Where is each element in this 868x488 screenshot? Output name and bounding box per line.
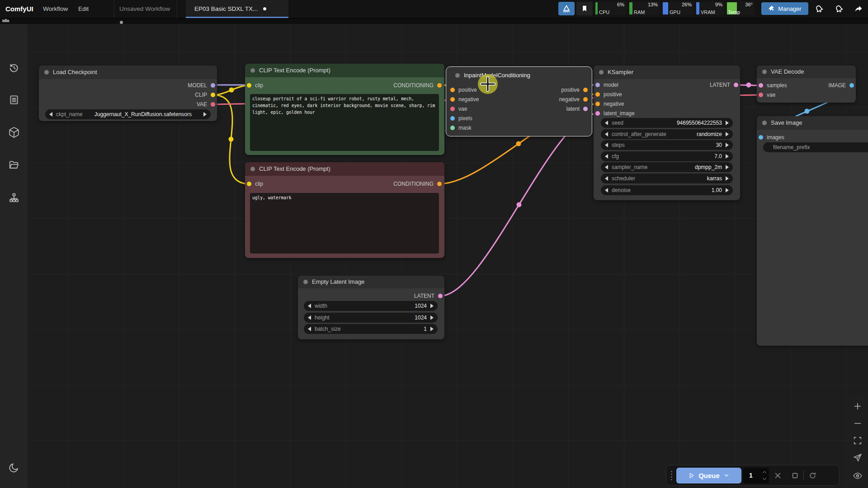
widget-next-icon[interactable] xyxy=(726,188,729,192)
node-header[interactable]: Load Checkpoint xyxy=(39,66,217,79)
widget-prev-icon[interactable] xyxy=(605,165,608,169)
refresh-button[interactable] xyxy=(804,468,821,483)
node-header[interactable]: CLIP Text Encode (Prompt) xyxy=(245,162,444,176)
output-port-model[interactable]: MODEL xyxy=(188,81,215,89)
widget-prev-icon[interactable] xyxy=(605,132,608,136)
widget-next-icon[interactable] xyxy=(726,121,729,125)
port-dot-latent[interactable] xyxy=(759,83,763,88)
output-port-image[interactable]: IMAGE xyxy=(828,81,854,89)
input-port-model[interactable]: model xyxy=(595,81,618,89)
node-header[interactable]: Save Image xyxy=(757,116,868,130)
widget-prev-icon[interactable] xyxy=(605,143,608,147)
widget-control-after-generate[interactable]: control_after_generate randomize xyxy=(601,129,733,139)
output-port-conditioning[interactable]: CONDITIONING xyxy=(393,180,442,188)
widget-prev-icon[interactable] xyxy=(308,304,311,308)
system-monitor-toggle-button[interactable] xyxy=(558,2,575,15)
batch-count-input[interactable]: 1 xyxy=(743,468,769,483)
widget-next-icon[interactable] xyxy=(430,304,434,308)
bookmark-button[interactable] xyxy=(576,2,593,15)
node-empty-latent-image[interactable]: Empty Latent Image LATENT width 1024 hei… xyxy=(298,276,444,339)
widget-height[interactable]: height 1024 xyxy=(304,313,438,323)
workflows-folder-icon[interactable] xyxy=(8,159,20,171)
widget-ckpt-name[interactable]: ckpt_name Juggernaut_X_RunDiffusion.safe… xyxy=(45,109,211,119)
port-dot-model[interactable] xyxy=(211,83,215,88)
port-dot-image[interactable] xyxy=(849,83,854,88)
menu-workflow[interactable]: Workflow xyxy=(43,0,68,18)
port-dot-vae[interactable] xyxy=(450,107,455,111)
input-port-clip[interactable]: clip xyxy=(247,180,263,188)
drag-handle[interactable] xyxy=(671,471,673,480)
notification-bell-button[interactable] xyxy=(813,3,826,15)
widget-sampler-name[interactable]: sampler_name dpmpp_2m xyxy=(601,162,733,172)
output-port-latent[interactable]: LATENT xyxy=(710,81,738,89)
input-port-pixels[interactable]: pixels xyxy=(450,114,472,122)
widget-prev-icon[interactable] xyxy=(605,121,608,125)
node-header[interactable]: Empty Latent Image xyxy=(298,276,444,288)
port-dot-mask[interactable] xyxy=(450,126,455,130)
widget-next-icon[interactable] xyxy=(203,112,207,117)
pan-mode-button[interactable] xyxy=(853,453,863,463)
zoom-in-button[interactable] xyxy=(853,401,863,411)
notification-bell-button-2[interactable] xyxy=(833,3,845,15)
input-port-latent-image[interactable]: latent_image xyxy=(595,109,635,117)
input-port-vae[interactable]: vae xyxy=(759,91,775,99)
menu-edit[interactable]: Edit xyxy=(78,0,89,18)
logs-icon[interactable] xyxy=(8,94,20,106)
port-dot-conditioning[interactable] xyxy=(583,97,588,102)
port-dot-latent[interactable] xyxy=(438,294,443,298)
tab-unsaved-workflow[interactable]: Unsaved Workflow xyxy=(114,0,177,18)
port-dot-conditioning[interactable] xyxy=(450,88,455,92)
widget-prev-icon[interactable] xyxy=(308,315,311,320)
input-port-negative[interactable]: negative xyxy=(595,100,624,108)
widget-steps[interactable]: steps 30 xyxy=(601,140,733,150)
node-header[interactable]: KSampler xyxy=(594,66,740,79)
node-clip-text-encode-negative[interactable]: CLIP Text Encode (Prompt) clip CONDITION… xyxy=(245,162,444,258)
widget-denoise[interactable]: denoise 1.00 xyxy=(601,185,733,195)
port-dot-clip[interactable] xyxy=(247,182,251,186)
input-port-mask[interactable]: mask xyxy=(450,124,472,132)
output-port-latent[interactable]: latent xyxy=(566,105,588,113)
output-port-latent[interactable]: LATENT xyxy=(414,292,443,300)
port-dot-conditioning[interactable] xyxy=(595,92,600,97)
widget-prev-icon[interactable] xyxy=(605,176,608,181)
toggle-visibility-button[interactable] xyxy=(849,467,866,484)
port-dot-conditioning[interactable] xyxy=(595,102,600,106)
tab-ep03-basic-sdxl[interactable]: EP03 Basic SDXL TX... xyxy=(186,0,288,18)
node-inpaint-model-conditioning[interactable]: InpaintModelConditioning positive negati… xyxy=(446,66,592,136)
port-dot-clip[interactable] xyxy=(247,83,251,88)
port-dot-vae[interactable] xyxy=(759,93,763,97)
port-dot-conditioning[interactable] xyxy=(437,182,442,186)
port-dot-conditioning[interactable] xyxy=(437,83,442,88)
port-dot-image[interactable] xyxy=(450,116,455,121)
widget-seed[interactable]: seed 946955064222553 xyxy=(601,118,733,128)
port-dot-vae[interactable] xyxy=(211,102,215,107)
output-port-negative[interactable]: negative xyxy=(559,95,588,103)
port-dot-latent[interactable] xyxy=(734,83,738,87)
widget-next-icon[interactable] xyxy=(430,315,434,320)
stepper-down-icon[interactable] xyxy=(762,476,767,482)
input-port-vae[interactable]: vae xyxy=(450,105,467,113)
node-ksampler[interactable]: KSampler model positive negative latent_… xyxy=(594,66,740,200)
stepper-up-icon[interactable] xyxy=(762,469,767,475)
widget-filename-prefix[interactable]: filename_prefix xyxy=(763,142,868,152)
input-port-samples[interactable]: samples xyxy=(759,81,787,89)
widget-scheduler[interactable]: scheduler karras xyxy=(601,174,733,183)
manager-button[interactable]: Manager xyxy=(761,2,808,15)
prompt-textarea-negative[interactable]: ugly, watermark xyxy=(250,193,439,253)
output-port-clip[interactable]: CLIP xyxy=(195,91,215,99)
node-header[interactable]: InpaintModelConditioning xyxy=(446,67,592,82)
node-clip-text-encode-positive[interactable]: CLIP Text Encode (Prompt) clip CONDITION… xyxy=(245,64,444,155)
widget-batch-size[interactable]: batch_size 1 xyxy=(304,324,438,334)
input-port-positive[interactable]: positive xyxy=(450,86,477,94)
widget-next-icon[interactable] xyxy=(726,132,729,136)
input-port-negative[interactable]: negative xyxy=(450,95,479,103)
node-library-icon[interactable] xyxy=(8,192,20,204)
output-port-vae[interactable]: VAE xyxy=(197,100,215,108)
port-dot-latent[interactable] xyxy=(583,107,588,111)
node-vae-decode[interactable]: VAE Decode samples vae IMAGE xyxy=(757,66,856,103)
app-logo[interactable]: ComfyUI xyxy=(5,0,33,18)
port-dot-conditioning[interactable] xyxy=(583,88,588,92)
port-dot-clip[interactable] xyxy=(211,93,215,97)
model-library-icon[interactable] xyxy=(8,127,20,138)
widget-next-icon[interactable] xyxy=(726,154,729,159)
